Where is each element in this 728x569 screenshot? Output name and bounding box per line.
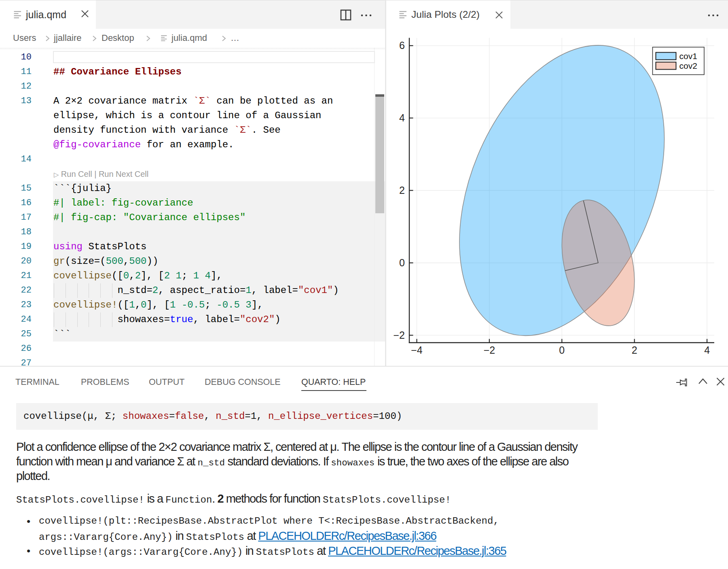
svg-text:4: 4 [399, 112, 405, 123]
svg-text:6: 6 [399, 40, 405, 51]
svg-text:2: 2 [399, 185, 405, 196]
svg-text:−4: −4 [411, 344, 423, 356]
svg-text:cov1: cov1 [679, 51, 697, 61]
svg-text:2: 2 [632, 344, 637, 356]
svg-text:0: 0 [559, 344, 565, 356]
svg-text:4: 4 [704, 344, 710, 356]
svg-text:0: 0 [399, 257, 405, 268]
svg-text:−2: −2 [484, 344, 495, 356]
svg-text:−2: −2 [393, 329, 405, 341]
svg-text:cov2: cov2 [679, 61, 697, 70]
